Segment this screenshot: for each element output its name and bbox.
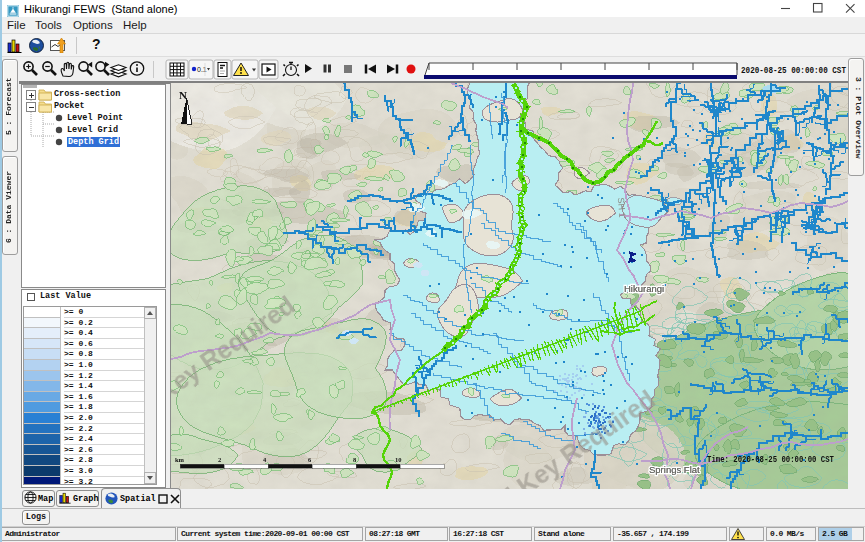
svg-text:10: 10 xyxy=(395,456,402,463)
svg-text:Hikurangi: Hikurangi xyxy=(624,283,664,294)
svg-text:SH 1: SH 1 xyxy=(616,197,628,218)
svg-text:Time: 2020-08-25 00:00:00 CST: Time: 2020-08-25 00:00:00 CST xyxy=(707,455,834,465)
svg-text:N: N xyxy=(179,89,187,101)
svg-text:2: 2 xyxy=(218,456,221,463)
svg-text:km: km xyxy=(175,456,185,463)
svg-text:2020-08-25 00:00:00 CST: 2020-08-25 00:00:00 CST xyxy=(741,66,846,76)
svg-text:Springs Flat: Springs Flat xyxy=(649,464,700,475)
